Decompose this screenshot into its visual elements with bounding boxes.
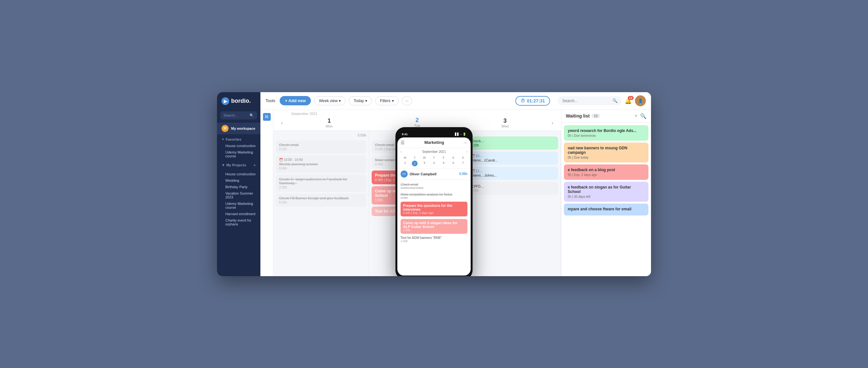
month-label: September 2021 — [291, 112, 556, 115]
logo[interactable]: ▶ bordio. — [217, 92, 260, 110]
tuesday-total: 3:35h — [372, 133, 462, 137]
task-time: ⏰ 10:... — [471, 154, 555, 158]
task-card-wed-3[interactable]: ⏰ 11:... Intervi... Johns... — [468, 167, 558, 180]
sidebar-item-birthday-party[interactable]: Birthday Party — [221, 184, 256, 190]
projects-section: House construction Wedding Birthday Part… — [217, 170, 260, 229]
avatar: W — [221, 125, 228, 132]
day-header-wed: 3 Wed — [461, 116, 549, 129]
week-view-dropdown[interactable]: Week view ▾ — [314, 96, 346, 105]
task-title: KYFO... — [471, 184, 555, 188]
timer-value: 01:27:31 — [527, 98, 545, 103]
task-card[interactable]: Check email 0:20h | Due today — [372, 140, 462, 154]
sidebar-item-house-construction[interactable]: House construction — [221, 171, 256, 177]
next-arrow[interactable]: › — [549, 119, 556, 127]
task-card-partial[interactable]: Text for ADW banners "BNB" — [372, 206, 462, 216]
timer-display[interactable]: ⏱ 01:27:31 — [515, 96, 550, 106]
search-waiting-list-button[interactable]: 🔍 — [640, 113, 647, 119]
wednesday-column: Check... 0:20h ⏰ 10:... Intervi... (Cand… — [465, 131, 561, 276]
day-name-wed: Wed — [462, 124, 548, 128]
task-meta: 0:20h — [279, 201, 363, 204]
task-meta: 0:20h — [279, 147, 363, 151]
waiting-list-item[interactable]: mpare and choose ftware for email — [564, 204, 648, 215]
notification-bell[interactable]: 🔔 23 — [625, 97, 632, 104]
logo-text: bordio. — [231, 98, 251, 104]
prev-arrow[interactable]: ‹ — [278, 119, 285, 127]
chevron-down-icon: ▼ — [221, 138, 224, 141]
task-card[interactable]: Check email 0:20h — [276, 140, 366, 154]
day-num-tue: 2 — [374, 117, 460, 124]
workspace-item[interactable]: W My workspace — [217, 123, 260, 134]
favorites-header[interactable]: ▼ Favorites — [221, 137, 256, 141]
sidebar-search-input[interactable] — [223, 113, 248, 117]
chevron-down-icon-projects: ▼ — [221, 163, 225, 167]
task-meta: 0:45h — [375, 163, 459, 166]
calendar-sidebar: 31 — [260, 110, 273, 276]
toolbar: Tools + Add new Week view ▾ Today ▾ Filt… — [260, 92, 651, 110]
calendar-header: September 2021 ‹ 1 Mon 2 Tue — [273, 110, 561, 131]
add-project-button[interactable]: + — [253, 163, 256, 168]
calendar-and-overlay: September 2021 ‹ 1 Mon 2 Tue — [273, 110, 561, 276]
chevron-down-icon-today: ▾ — [365, 99, 367, 103]
calendar-icon[interactable]: 31 — [263, 113, 271, 121]
wl-item-meta: 0h | Due tommorow — [568, 134, 645, 137]
wl-item-title: oad new banners to msung GDN campaign — [568, 146, 645, 155]
sidebar-item-udemy-fav[interactable]: Udemy Marketing course — [221, 149, 256, 159]
sidebar-item-harvard[interactable]: Harvard enrollment — [221, 211, 256, 217]
waiting-list-item[interactable]: oad new banners to msung GDN campaign 0h… — [564, 142, 648, 163]
projects-label: My Projects — [226, 163, 246, 167]
task-time: ⏰ 10:00 - 10:40 — [279, 158, 363, 162]
week-view-label: Week view — [319, 99, 338, 103]
task-title: Check email — [375, 143, 459, 147]
task-title: Intervi... Johns... — [471, 173, 555, 177]
task-card[interactable]: Make competitors analysis for Nokia 0:45… — [372, 156, 462, 169]
task-meta: 0:20h — [471, 143, 555, 147]
sidebar-item-wedding[interactable]: Wedding — [221, 177, 256, 184]
waiting-list-count: 15 — [591, 114, 600, 118]
task-card[interactable]: Create 5+ target audiences in Facebook f… — [276, 175, 366, 192]
day-num-mon: 1 — [286, 118, 372, 124]
task-meta: 1:00h — [375, 198, 459, 202]
task-card-wed-1[interactable]: Check... 0:20h — [468, 136, 558, 149]
favorites-section: ▼ Favorites House construction Udemy Mar… — [217, 136, 260, 161]
task-card[interactable]: Check FB Banner Design and give feedback… — [276, 194, 366, 207]
waiting-list-item[interactable]: e feedback on a blog post 5h | Exp. 2 da… — [564, 164, 648, 180]
wl-item-meta: 0h | Due today — [568, 156, 645, 159]
sidebar-item-vacation-summer[interactable]: Vacation Summer 2023 — [221, 190, 256, 200]
task-title: Prepare the questions for the interviews — [375, 173, 459, 177]
task-title: Text for ADW banners "BNB" — [375, 209, 459, 213]
waiting-list-item[interactable]: yword research for Bordio ogle Ads... 0h… — [564, 125, 648, 141]
today-dropdown[interactable]: Today ▾ — [349, 96, 372, 105]
more-button[interactable]: ··· — [402, 96, 412, 105]
search-icon-toolbar: 🔍 — [613, 98, 618, 103]
day-name-tue: Tue — [374, 124, 460, 128]
wl-item-title: yword research for Bordio ogle Ads... — [568, 129, 645, 133]
tuesday-column: 3:35h Check email 0:20h | Due today Make… — [369, 131, 465, 276]
wl-item-title: mpare and choose ftware for email — [568, 207, 645, 211]
today-label: Today — [353, 99, 364, 103]
task-card-active[interactable]: Prepare the questions for the interviews… — [372, 170, 462, 184]
task-title: Weekly planning session — [279, 162, 363, 166]
day-header-mon: 1 Mon — [285, 116, 373, 129]
waiting-list-panel: Waiting list 15 + 🔍 yword research for B… — [561, 110, 651, 276]
sidebar: ▶ bordio. 🔍 W My workspace ▼ Favorites H… — [217, 92, 260, 276]
task-card-wed-2[interactable]: ⏰ 10:... Intervi... (Candi... — [468, 152, 558, 165]
sidebar-item-charity-event[interactable]: Charity event for orphans — [221, 217, 256, 227]
projects-header: ▼ My Projects + — [217, 161, 260, 170]
add-new-button[interactable]: + Add new — [280, 96, 311, 105]
search-input[interactable] — [562, 99, 611, 103]
user-avatar[interactable]: 👤 — [635, 95, 646, 106]
task-card-wed-4[interactable]: KYFO... 1:30h — [468, 182, 558, 195]
sidebar-item-house-construction-fav[interactable]: House construction — [221, 142, 256, 149]
waiting-list-item[interactable]: e feedback on slogan as for Guitar Schoo… — [564, 182, 648, 202]
projects-label-container[interactable]: ▼ My Projects — [221, 163, 246, 167]
task-card[interactable]: ⏰ 10:00 - 10:40 Weekly planning session … — [276, 156, 366, 173]
tools-label: Tools — [266, 98, 275, 103]
active-day-indicator — [412, 128, 422, 129]
task-card-salmon[interactable]: Come up with 5 slogan ideas for ALP Guit… — [372, 186, 462, 205]
timer-icon: ⏱ — [521, 98, 525, 103]
logo-icon: ▶ — [221, 97, 229, 105]
filters-dropdown[interactable]: Filters ▾ — [375, 96, 399, 105]
sidebar-item-udemy-marketing[interactable]: Udemy Marketing course — [221, 200, 256, 211]
add-waiting-item-button[interactable]: + — [634, 113, 638, 119]
main-content: Tools + Add new Week view ▾ Today ▾ Filt… — [260, 92, 651, 276]
